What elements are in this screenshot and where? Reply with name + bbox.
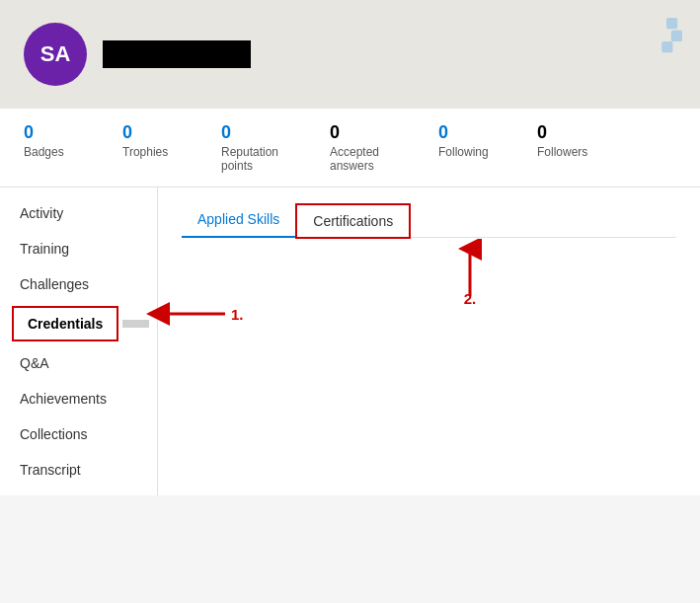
sidebar-item-achievements[interactable]: Achievements bbox=[0, 381, 157, 416]
badges-label: Badges bbox=[24, 145, 64, 159]
sidebar-item-activity[interactable]: Activity bbox=[0, 195, 157, 231]
followers-value: 0 bbox=[537, 122, 547, 143]
sidebar-item-collections[interactable]: Collections bbox=[0, 416, 157, 452]
sidebar-item-training[interactable]: Training bbox=[0, 231, 157, 266]
stats-bar: 0 Badges 0 Trophies 0 Reputationpoints 0… bbox=[0, 109, 700, 188]
profile-name-block bbox=[103, 40, 251, 68]
reputation-value: 0 bbox=[221, 122, 231, 143]
accepted-value: 0 bbox=[330, 122, 340, 143]
trophies-value: 0 bbox=[122, 122, 132, 143]
following-value: 0 bbox=[438, 122, 448, 143]
content-area: Applied Skills Certifications 2. bbox=[158, 188, 700, 495]
accepted-label: Acceptedanswers bbox=[330, 145, 379, 173]
sidebar-item-challenges[interactable]: Challenges bbox=[0, 266, 157, 302]
followers-label: Followers bbox=[537, 145, 587, 159]
following-label: Following bbox=[438, 145, 489, 159]
sidebar-item-transcript[interactable]: Transcript bbox=[0, 452, 157, 488]
tabs-row: Applied Skills Certifications bbox=[182, 203, 676, 238]
svg-rect-1 bbox=[671, 31, 682, 41]
badges-value: 0 bbox=[24, 122, 34, 143]
avatar: SA bbox=[24, 23, 87, 86]
stat-trophies: 0 Trophies bbox=[122, 122, 221, 173]
stat-followers: 0 Followers bbox=[537, 122, 636, 173]
tab-applied-skills[interactable]: Applied Skills bbox=[182, 203, 295, 238]
svg-rect-0 bbox=[666, 18, 677, 29]
tab-certifications[interactable]: Certifications bbox=[295, 203, 411, 239]
annotation-2-label: 2. bbox=[464, 290, 477, 307]
stat-following: 0 Following bbox=[438, 122, 537, 173]
sidebar-item-credentials[interactable]: Credentials bbox=[12, 306, 118, 341]
main-content: Activity Training Challenges Credentials bbox=[0, 188, 700, 495]
trophies-label: Trophies bbox=[122, 145, 168, 159]
credentials-bar bbox=[122, 320, 149, 328]
reputation-label: Reputationpoints bbox=[221, 145, 278, 173]
profile-header: SA bbox=[0, 0, 700, 109]
corner-decoration bbox=[649, 18, 684, 57]
sidebar-item-qna[interactable]: Q&A bbox=[0, 345, 157, 381]
name-redacted bbox=[103, 40, 251, 68]
stat-badges: 0 Badges bbox=[24, 122, 122, 173]
stat-reputation: 0 Reputationpoints bbox=[221, 122, 330, 173]
arrow-2-icon bbox=[450, 239, 490, 298]
svg-rect-2 bbox=[661, 41, 672, 52]
sidebar-nav: Activity Training Challenges Credentials bbox=[0, 188, 158, 495]
stat-accepted: 0 Acceptedanswers bbox=[330, 122, 438, 173]
credentials-row-container: Credentials 1. bbox=[0, 302, 157, 345]
